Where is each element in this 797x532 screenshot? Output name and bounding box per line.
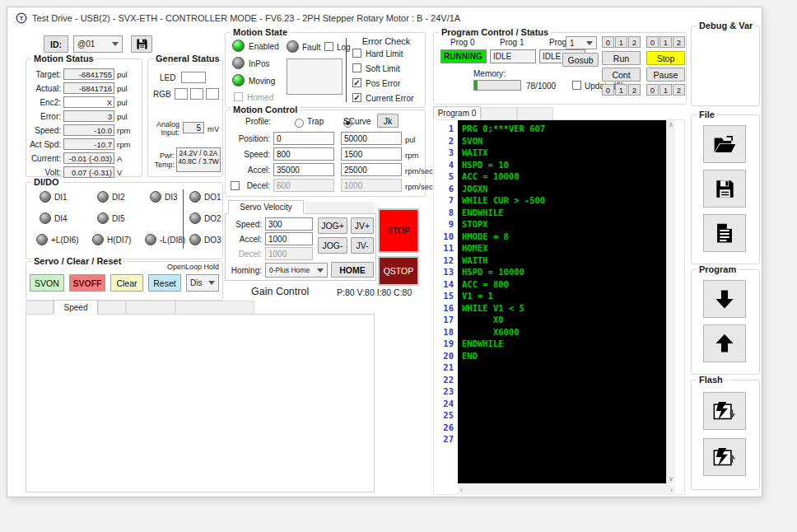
program-download-button[interactable]: [703, 280, 746, 318]
update-checkbox[interactable]: [572, 81, 581, 90]
decel-input-1[interactable]: [273, 179, 334, 192]
stop-program-button[interactable]: Stop: [646, 51, 685, 65]
cont-digit-1[interactable]: 1: [615, 84, 627, 96]
reset-button[interactable]: Reset: [148, 274, 181, 292]
qstop-button[interactable]: QSTOP: [378, 256, 419, 286]
gosub-select[interactable]: 1: [566, 36, 597, 49]
openloop-hold-select[interactable]: Dis: [186, 274, 219, 292]
pos-error-checkbox[interactable]: ✓: [352, 78, 361, 87]
clear-button[interactable]: Clear: [110, 274, 143, 292]
profile-label: Profile:: [245, 117, 271, 126]
chart-tab-speed[interactable]: Speed: [54, 300, 98, 315]
accel-input-2[interactable]: [341, 163, 402, 176]
jv-minus-button[interactable]: JV-: [351, 237, 374, 254]
position-input-1[interactable]: [273, 132, 334, 145]
program-tab-0[interactable]: Program 0: [433, 106, 481, 119]
accel-input-1[interactable]: [273, 163, 334, 176]
flash-write-button[interactable]: [703, 392, 746, 430]
program-tab-2[interactable]: [517, 107, 553, 119]
chart-tab-0[interactable]: [26, 301, 54, 315]
cont-button[interactable]: Cont: [602, 68, 641, 82]
homed-checkbox[interactable]: [234, 92, 243, 101]
program-transfer-title: Program: [697, 264, 739, 274]
down-arrow-icon: [714, 287, 735, 310]
pause-digit-1[interactable]: 1: [660, 84, 672, 96]
scroll-up-icon[interactable]: ∧: [669, 121, 673, 128]
servo-velocity-tab-blank[interactable]: [305, 202, 375, 214]
scroll-down-icon[interactable]: ∨: [669, 475, 673, 483]
hard-limit-checkbox[interactable]: [352, 49, 361, 58]
save-id-button[interactable]: [131, 35, 152, 53]
homing-select-value: 0-Plus Home: [269, 266, 310, 274]
pause-digit-0[interactable]: 0: [646, 84, 659, 96]
flash-read-button[interactable]: [703, 438, 746, 476]
floppy-icon: [715, 179, 735, 199]
id-button[interactable]: ID:: [44, 35, 68, 53]
program-upload-button[interactable]: [703, 324, 746, 362]
jog-accel-input[interactable]: [265, 232, 313, 245]
horizontal-scrollbar[interactable]: ‹ ›: [458, 485, 675, 495]
run-button[interactable]: Run: [602, 51, 641, 65]
stop-button[interactable]: STOP: [378, 208, 419, 253]
chevron-down-icon: [586, 41, 593, 45]
svon-button[interactable]: SVON: [30, 274, 64, 292]
di5-led: [97, 212, 109, 224]
temp-label: Temp:: [150, 161, 175, 169]
log-checkbox[interactable]: [324, 42, 333, 51]
vertical-scrollbar[interactable]: ∧ ∨: [666, 120, 675, 483]
decel-checkbox[interactable]: [231, 181, 240, 190]
position-input-2[interactable]: [341, 132, 402, 145]
gosub-button[interactable]: Gosub: [562, 53, 599, 67]
svg-text:T: T: [20, 15, 24, 22]
jog-minus-button[interactable]: JOG-: [318, 237, 347, 254]
program-tab-1[interactable]: [481, 107, 517, 119]
home-button[interactable]: HOME: [331, 262, 374, 278]
stop-digit-1[interactable]: 1: [660, 36, 672, 48]
scroll-left-icon[interactable]: ‹: [460, 486, 463, 494]
homing-select[interactable]: 0-Plus Home: [265, 263, 328, 278]
save-file-button[interactable]: [703, 170, 746, 208]
jk-button[interactable]: Jk: [377, 114, 398, 128]
id-select[interactable]: @01: [73, 35, 123, 53]
code-area[interactable]: PRG 0;***VER 607 SVON WAITX HSPD = 10 AC…: [458, 120, 675, 483]
pause-button[interactable]: Pause: [646, 68, 685, 82]
stop-digit-2[interactable]: 2: [673, 36, 685, 48]
run-digit-1[interactable]: 1: [615, 36, 627, 48]
cont-digit-2[interactable]: 2: [628, 84, 641, 96]
view-file-button[interactable]: [703, 214, 746, 252]
program-control-title: Program Control / Status: [439, 27, 551, 37]
di7-led: [92, 234, 104, 245]
trap-radio[interactable]: [295, 119, 304, 128]
speed-input-2[interactable]: [341, 147, 402, 161]
memory-progress-fill: [474, 81, 478, 90]
analog-unit: mV: [207, 124, 219, 133]
svoff-button[interactable]: SVOFF: [69, 274, 105, 292]
stop-digit-0[interactable]: 0: [646, 36, 659, 48]
scroll-right-icon[interactable]: ›: [670, 486, 673, 494]
speed-input-1[interactable]: [273, 147, 334, 161]
pause-digit-2[interactable]: 2: [673, 84, 685, 96]
chart-tab-3[interactable]: [126, 301, 175, 315]
enc2-value[interactable]: X: [63, 96, 114, 108]
current-error-checkbox[interactable]: ✓: [352, 93, 361, 102]
jv-plus-button[interactable]: JV+: [351, 217, 374, 234]
jog-decel-input[interactable]: [265, 247, 313, 260]
jog-speed-input[interactable]: [265, 217, 313, 231]
open-file-button[interactable]: [703, 125, 746, 163]
gain-control-label: Gain Control: [251, 286, 309, 297]
flash-title: Flash: [697, 375, 725, 385]
window-title: Test Drive - USB(2) - SVX-ETH - CONTROLL…: [32, 13, 460, 23]
jog-plus-button[interactable]: JOG+: [318, 217, 347, 234]
memory-text: 78/1000: [526, 82, 556, 91]
decel-input-2[interactable]: [341, 179, 402, 192]
cont-digit-0[interactable]: 0: [602, 84, 614, 96]
enabled-led: [232, 40, 245, 52]
document-icon: [715, 222, 734, 244]
dido-divider: [183, 189, 184, 249]
chart-tab-2[interactable]: [98, 301, 126, 315]
servo-velocity-tab[interactable]: Servo Velocity: [228, 200, 304, 214]
soft-limit-checkbox[interactable]: [352, 63, 361, 72]
run-digit-2[interactable]: 2: [628, 36, 641, 48]
run-digit-0[interactable]: 0: [602, 36, 614, 48]
chart-tab-4[interactable]: [175, 301, 254, 315]
